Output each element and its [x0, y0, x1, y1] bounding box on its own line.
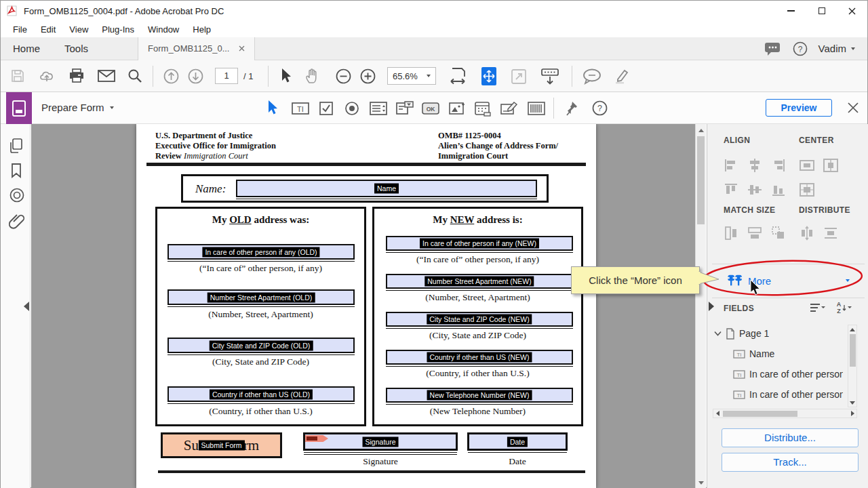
- new-telephone-field[interactable]: New Telephone Number (NEW): [386, 388, 573, 403]
- sort-order-icon[interactable]: [809, 302, 827, 314]
- scrollbar-thumb[interactable]: [850, 334, 856, 367]
- collapse-left-panel-icon[interactable]: [24, 302, 29, 311]
- signature-form-field[interactable]: Signature: [303, 432, 458, 451]
- center-horizontal-icon[interactable]: [799, 158, 815, 173]
- email-icon[interactable]: [98, 70, 115, 82]
- save-icon[interactable]: [10, 68, 25, 83]
- scrollbar-thumb[interactable]: [697, 136, 705, 224]
- tree-field-row[interactable]: TI Name: [714, 344, 847, 364]
- fields-vscrollbar[interactable]: [848, 325, 857, 407]
- tree-chevron-icon[interactable]: [714, 331, 722, 336]
- scroll-down-icon[interactable]: [696, 479, 706, 487]
- new-street-field[interactable]: Number Street Apartment (NEW): [386, 274, 573, 289]
- old-country-field[interactable]: Country if other than US (OLD): [167, 386, 355, 402]
- presentation-icon[interactable]: [540, 68, 559, 85]
- scroll-down-icon[interactable]: [848, 399, 856, 406]
- menu-window[interactable]: Window: [141, 22, 186, 37]
- center-both-icon[interactable]: [799, 182, 815, 197]
- highlighter-icon[interactable]: [612, 68, 630, 85]
- bookmarks-icon[interactable]: [10, 163, 22, 179]
- date-form-field[interactable]: Date: [467, 432, 568, 451]
- tab-tools[interactable]: Tools: [52, 37, 100, 60]
- submit-form-button[interactable]: Submit Form Submit Form: [161, 432, 282, 458]
- menu-view[interactable]: View: [62, 22, 95, 37]
- distribute-vertical-icon[interactable]: [799, 226, 815, 241]
- menu-file[interactable]: File: [6, 22, 34, 37]
- tab-home[interactable]: Home: [1, 37, 52, 60]
- date-field-icon[interactable]: [474, 100, 492, 117]
- signature-field-icon[interactable]: [500, 101, 519, 116]
- form-cursor-icon[interactable]: [267, 100, 279, 116]
- tree-page-row[interactable]: Page 1: [714, 323, 847, 344]
- barcode-field-icon[interactable]: [527, 101, 546, 116]
- comment-bubble-icon[interactable]: [583, 68, 601, 85]
- sort-alpha-icon[interactable]: A Z: [835, 300, 854, 315]
- match-width-icon[interactable]: [747, 226, 762, 241]
- feedback-bubble-icon[interactable]: [764, 41, 782, 56]
- new-country-field[interactable]: Country if other than US (NEW): [386, 350, 573, 365]
- new-city-field[interactable]: City State and ZIP Code (NEW): [386, 312, 573, 327]
- destinations-icon[interactable]: [9, 187, 25, 203]
- align-vmiddle-icon[interactable]: [747, 182, 762, 197]
- fullscreen-icon[interactable]: [511, 68, 527, 85]
- document-tab[interactable]: Form_OMB1125_0...: [138, 37, 255, 60]
- document-scrollbar[interactable]: [695, 124, 706, 488]
- new-care-of-field[interactable]: In care of other person if any (NEW): [386, 236, 573, 251]
- track-button[interactable]: Track...: [722, 453, 859, 472]
- prepare-form-menu[interactable]: Prepare Form: [41, 102, 114, 113]
- hand-tool-icon[interactable]: [304, 68, 319, 84]
- minimize-button[interactable]: [776, 1, 806, 21]
- preview-button[interactable]: Preview: [766, 99, 832, 117]
- button-field-icon[interactable]: OK: [421, 102, 440, 115]
- menu-plugins[interactable]: Plug-Ins: [95, 22, 141, 37]
- page-thumbnails-icon[interactable]: [9, 138, 24, 154]
- attachments-icon[interactable]: [9, 212, 25, 230]
- menu-help[interactable]: Help: [186, 22, 218, 37]
- page-number-input[interactable]: 1: [215, 68, 238, 84]
- old-care-of-field[interactable]: In care of other person if any (OLD): [167, 244, 355, 260]
- scroll-left-icon[interactable]: [714, 409, 721, 418]
- search-icon[interactable]: [127, 68, 142, 83]
- scroll-right-icon[interactable]: [849, 409, 856, 418]
- page-up-icon[interactable]: [163, 68, 179, 84]
- text-field-icon[interactable]: TI: [291, 101, 310, 116]
- scrollbar-thumb[interactable]: [723, 411, 797, 417]
- fit-page-icon[interactable]: [481, 66, 497, 86]
- fit-width-icon[interactable]: [450, 67, 467, 85]
- close-button[interactable]: [837, 1, 867, 21]
- distribute-horizontal-icon[interactable]: [823, 226, 839, 241]
- listbox-field-icon[interactable]: [369, 101, 388, 116]
- scroll-up-icon[interactable]: [696, 126, 706, 134]
- fields-hscrollbar[interactable]: [713, 409, 857, 418]
- match-both-icon[interactable]: [771, 226, 786, 241]
- align-left-icon[interactable]: [724, 158, 738, 173]
- tab-close-icon[interactable]: [239, 45, 245, 52]
- help-circle-icon[interactable]: ?: [793, 41, 808, 56]
- name-form-field[interactable]: Name: [236, 180, 537, 197]
- align-top-icon[interactable]: [724, 182, 738, 197]
- dropdown-field-icon[interactable]: [395, 100, 414, 117]
- tree-field-row[interactable]: TI In care of other person: [714, 384, 847, 405]
- maximize-button[interactable]: [806, 1, 837, 21]
- select-cursor-icon[interactable]: [280, 68, 292, 84]
- print-icon[interactable]: [68, 68, 85, 83]
- cloud-upload-icon[interactable]: [39, 68, 55, 83]
- help-icon[interactable]: ?: [592, 100, 608, 116]
- close-prepare-form-icon[interactable]: [847, 102, 859, 114]
- align-bottom-icon[interactable]: [771, 182, 786, 197]
- checkbox-field-icon[interactable]: [318, 100, 334, 117]
- page-down-icon[interactable]: [188, 68, 203, 84]
- zoom-out-icon[interactable]: [336, 68, 351, 84]
- old-street-field[interactable]: Number Street Apartment (OLD): [167, 289, 355, 305]
- user-menu[interactable]: Vadim: [818, 43, 855, 54]
- pin-icon[interactable]: [566, 100, 582, 117]
- radio-field-icon[interactable]: [344, 100, 360, 117]
- align-hcenter-icon[interactable]: [747, 158, 762, 173]
- image-field-icon[interactable]: [448, 101, 466, 116]
- old-city-field[interactable]: City State and ZIP Code (OLD): [167, 338, 355, 353]
- tree-field-row[interactable]: TI In care of other person: [714, 364, 847, 384]
- zoom-in-icon[interactable]: [360, 68, 376, 84]
- menu-edit[interactable]: Edit: [34, 22, 62, 37]
- align-right-icon[interactable]: [771, 158, 786, 173]
- center-vertical-icon[interactable]: [823, 158, 839, 173]
